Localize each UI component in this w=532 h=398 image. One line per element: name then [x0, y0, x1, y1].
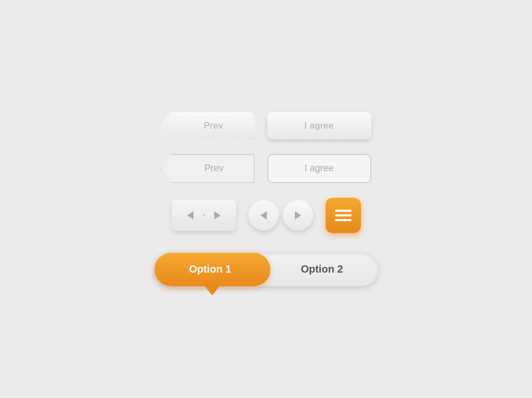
toggle-switch[interactable]: Option 1 Option 2 [154, 253, 378, 286]
tooltip-arrow-icon [205, 286, 219, 296]
option2-label: Option 2 [301, 263, 343, 275]
nav-circle-group [249, 200, 313, 230]
menu-button[interactable] [326, 198, 361, 233]
prev-outline-label: Prev [204, 163, 224, 174]
nav-rect-group[interactable] [172, 200, 236, 231]
toggle-wrapper: Option 1 Option 2 [154, 253, 378, 286]
nav-circle-next-button[interactable] [283, 200, 313, 230]
prev-outline-button[interactable]: Prev [161, 154, 255, 183]
circle-arrow-left-icon [261, 211, 267, 220]
agree-outline-label: I agree [304, 163, 333, 174]
prev-flat-button[interactable]: Prev [161, 112, 255, 139]
nav-separator [203, 214, 205, 216]
nav-rect-prev-button[interactable] [181, 206, 200, 225]
menu-line-3 [335, 219, 352, 221]
prev-flat-label: Prev [204, 121, 223, 131]
toggle-option-2[interactable]: Option 2 [266, 253, 378, 286]
agree-flat-button[interactable]: I agree [267, 112, 371, 139]
option1-label: Option 1 [189, 263, 231, 275]
menu-line-1 [335, 210, 352, 212]
menu-line-2 [335, 214, 352, 216]
arrow-right-icon [214, 211, 220, 220]
agree-outline-button[interactable]: I agree [267, 154, 371, 183]
ui-showcase: Prev I agree Prev I agree [154, 112, 378, 286]
row-nav-controls [172, 198, 361, 233]
agree-flat-label: I agree [304, 121, 333, 131]
arrow-left-icon [187, 211, 193, 220]
nav-rect-next-button[interactable] [208, 206, 227, 225]
row-flat-buttons: Prev I agree [161, 112, 371, 139]
circle-arrow-right-icon [295, 211, 301, 220]
nav-circle-prev-button[interactable] [249, 200, 279, 230]
toggle-option-1[interactable]: Option 1 [154, 253, 266, 286]
row-outline-buttons: Prev I agree [161, 154, 371, 183]
